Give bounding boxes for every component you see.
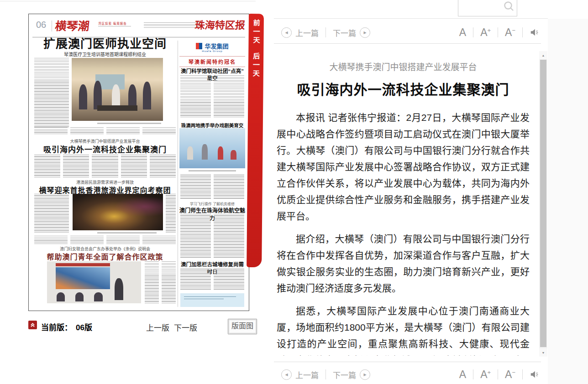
huafa-logo-icon — [196, 43, 202, 49]
next-article-icon[interactable]: ▶ — [360, 27, 370, 38]
article-toolbar-top: ◀ 上一篇 下一篇 ▶ A A+ A− — [281, 23, 540, 42]
body-text-block — [180, 214, 244, 258]
next-article-button[interactable]: 下一篇 — [333, 369, 356, 380]
photo-drama-performance — [179, 128, 245, 168]
speaker-icon[interactable] — [530, 369, 540, 379]
toolbar-divider-top — [274, 43, 541, 44]
photo-motorcycle-exhibit — [73, 194, 163, 230]
toolbar-separator — [473, 369, 473, 379]
prev-article-button[interactable]: 上一篇 — [295, 369, 319, 380]
toolbar-separator — [522, 369, 523, 379]
np-kicker-7: 学习飞行操作 了解机务维修 — [179, 201, 245, 206]
prev-article-icon[interactable]: ◀ — [281, 27, 292, 38]
body-text-block — [180, 174, 244, 199]
reader-top-divider — [274, 18, 548, 19]
body-text-block — [180, 268, 244, 290]
next-page-button[interactable]: 下一版 — [174, 322, 197, 333]
sponsor-label: 琴澳新闻特约冠名 — [179, 56, 245, 67]
toolbar-separator — [498, 27, 498, 37]
current-page-indicator: 当前版：06版 — [41, 321, 92, 332]
toolbar-separator — [326, 369, 326, 379]
body-text-block — [34, 127, 176, 135]
photo-medical-training — [72, 58, 163, 121]
contact-info-box — [180, 293, 244, 307]
np-headline-1[interactable]: 扩展澳门医师执业空间 — [34, 34, 176, 51]
next-article-icon[interactable]: ▶ — [360, 369, 370, 380]
collapse-chevron-icon[interactable] — [28, 321, 37, 329]
scroll-down-button[interactable]: ▼ — [539, 348, 547, 357]
day-nav-ribbon: 前一天 后一天 — [247, 14, 264, 267]
photo-policy-briefing — [47, 261, 141, 303]
next-day-button[interactable]: 后一天 — [251, 52, 261, 78]
sponsor-brand-en: Huafa Group — [179, 50, 245, 52]
font-size-increase-button[interactable]: A+ — [480, 27, 491, 38]
article-paragraph: 据介绍，大横琴（澳门）有限公司与中国银行澳门分行将在合作中发挥各自优势，加深渠道… — [277, 231, 530, 296]
prev-article-icon[interactable]: ◀ — [281, 369, 292, 380]
article-body: 本报讯 记者张伟宁报道：2月27日，大横琴国际产业发展中心战略合作签约暨项目动工… — [277, 109, 530, 356]
toolbar-separator — [326, 27, 326, 37]
font-size-normal-button[interactable]: A — [459, 27, 466, 38]
prev-day-button[interactable]: 前一天 — [251, 19, 261, 45]
font-size-decrease-button[interactable]: A− — [505, 369, 515, 380]
photo-caption — [97, 232, 157, 234]
search-icon[interactable] — [503, 0, 515, 12]
body-text-block — [166, 194, 176, 233]
body-text-block — [34, 58, 69, 127]
paper-name: 珠海特区报 — [194, 17, 246, 31]
scrollbar-thumb[interactable] — [540, 60, 546, 347]
toolbar-separator — [522, 27, 523, 37]
toolbar-separator — [473, 27, 473, 37]
prev-article-button[interactable]: 上一篇 — [295, 27, 319, 38]
masthead-subline — [98, 26, 131, 28]
toolbar-separator — [498, 369, 498, 379]
article-paragraph: 本报讯 记者张伟宁报道：2月27日，大横琴国际产业发展中心战略合作签约暨项目动工… — [277, 109, 530, 224]
body-text-block — [34, 194, 69, 233]
photo-caption — [97, 123, 161, 124]
prev-page-button[interactable]: 上一版 — [146, 322, 169, 333]
article-title: 吸引海内外一流科技企业集聚澳门 — [277, 78, 530, 99]
photo-caption — [189, 170, 236, 171]
body-text-block — [145, 261, 176, 303]
body-text-block — [34, 155, 176, 177]
masthead-tagline: 湾区探索 每周报告 — [98, 21, 127, 26]
font-size-decrease-button[interactable]: A− — [505, 27, 515, 38]
np-subhead-1: 琴澳医疗卫生培训基地首期课程顺利结业 — [34, 51, 176, 57]
scroll-up-button[interactable]: ▲ — [539, 51, 547, 59]
masthead-title: 横琴潮 — [54, 17, 90, 33]
current-page-label: 当前版： — [41, 323, 72, 332]
search-input[interactable] — [458, 0, 517, 16]
column-rule — [178, 41, 178, 307]
font-size-normal-button[interactable]: A — [459, 369, 466, 380]
font-size-increase-button[interactable]: A+ — [480, 369, 491, 380]
scrollbar[interactable]: ▲ ▼ — [539, 51, 547, 357]
dateline-text — [144, 22, 202, 28]
app-root: 06 横琴潮 湾区探索 每周报告 珠海特区报 扩展澳门医师执业空间 琴澳医疗卫生… — [0, 0, 588, 384]
article-content: 大横琴携手澳门中银搭建产业发展平台 吸引海内外一流科技企业集聚澳门 本报讯 记者… — [277, 53, 530, 356]
sponsor-brand-row: 华发集团 — [179, 42, 245, 50]
sponsor-brand: 华发集团 — [205, 42, 228, 50]
current-page-value: 06版 — [76, 323, 92, 332]
layout-map-button[interactable]: 版面图 — [228, 319, 257, 334]
np-headline-2[interactable]: 吸引海内外一流科技企业集聚澳门 — [34, 143, 176, 155]
body-text-block — [180, 75, 244, 118]
article-kicker: 大横琴携手澳门中银搭建产业发展平台 — [277, 60, 530, 73]
page-background — [548, 19, 588, 384]
body-text-block — [34, 236, 176, 244]
toolbar-divider-bottom — [274, 362, 541, 362]
np-headline-4[interactable]: 帮助澳门青年全面了解合作区政策 — [34, 251, 176, 262]
article-toolbar-bottom: ◀ 上一篇 下一篇 ▶ A A+ A− — [281, 365, 540, 384]
masthead-divider — [52, 21, 52, 31]
top-divider — [0, 1, 256, 1]
next-article-button[interactable]: 下一篇 — [333, 27, 356, 38]
speaker-icon[interactable] — [530, 27, 540, 37]
article-paragraph: 据悉，大横琴国际产业发展中心位于澳门南通商业大厦，场地面积约1800平方米，是大… — [277, 303, 530, 356]
newspaper-page-thumbnail[interactable]: 06 横琴潮 湾区探索 每周报告 珠海特区报 扩展澳门医师执业空间 琴澳医疗卫生… — [28, 14, 249, 311]
newspaper-page-number: 06 — [36, 20, 46, 30]
